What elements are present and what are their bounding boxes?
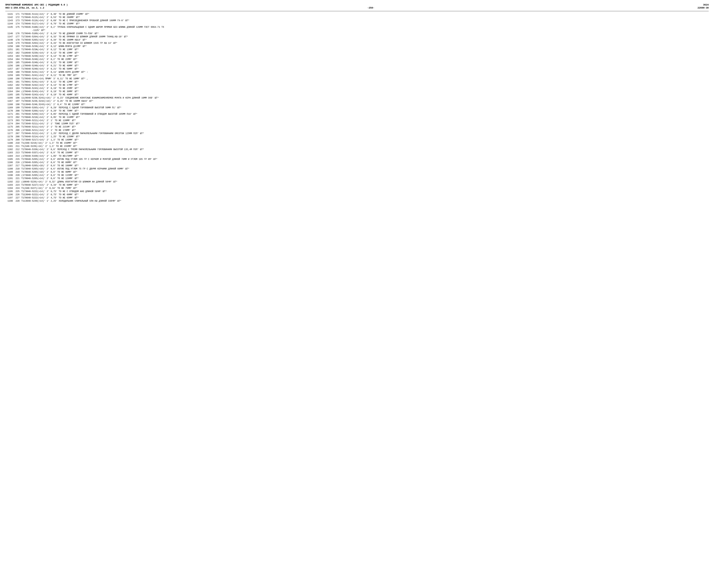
row-num1: 1158: [5, 70, 14, 74]
table-row: 1152182Т110640-5239(=14)' 3' 0,13' ТО ЖЕ…: [5, 51, 709, 55]
row-num2: 186: [14, 64, 21, 67]
row-desc: Т170640-5337(=14)' 2' 0,9' ТО ЖЕ 150ММ' …: [21, 151, 709, 154]
table-row: 1197227Т170640-5222(=14)' 2' 4,75' ТО ЖЕ…: [5, 196, 709, 200]
row-desc: Т170040-5265(=14)' 2' 0,0' ТО ЖЕ 120ММ' …: [21, 177, 709, 180]
row-num1: 1162: [5, 84, 14, 87]
row-num1: 1186: [5, 161, 14, 164]
table-row: 1153183Т170640-5239(=14)' 3' 0,13' ТО ЖЕ…: [5, 55, 709, 58]
row-num2: 176: [14, 32, 21, 35]
row-num2: 192: [14, 84, 21, 87]
row-num1: 1141: [5, 13, 14, 16]
table-row: 1168198Т113040-5240,5243(=14)' 2' 0,4' Т…: [5, 103, 709, 106]
row-num1: 1172: [5, 116, 14, 119]
row-desc: Т170640-5265(=14)' 2' 0,0' ИЗГИБ ПОД УГЛ…: [21, 158, 709, 161]
row-num2: 178: [14, 38, 21, 42]
table-row: 1191221Т170040-5265(=14)' 2' 0,0' ТО ЖЕ …: [5, 177, 709, 180]
row-desc: Т170040-5210(=14)' 2' 0,95' ТО ЖЕ 110ММ'…: [21, 116, 709, 119]
row-desc: (10040-5226(=14)' 2' 0,32' ДЛИНЬ ИЗОГНУТ…: [21, 180, 709, 184]
row-desc: Т170640-5265(=18)' 2' 0,0' ТО ЖЕ 90ММ' Ш…: [21, 170, 709, 174]
row-num2: 180: [14, 45, 21, 48]
row-num2: 228: [14, 200, 21, 203]
row-desc: -1125' ШТ*: [32, 29, 709, 32]
table-row: 1184214(170648-5339(=14)' 2' 1,05' ТО ЖЕ…: [5, 154, 709, 158]
row-desc: Т1(640-5220(=14)' 2' 1,3' ТО ЖЕ 155ММ' Ш…: [21, 145, 709, 148]
row-num1: 1164: [5, 90, 14, 93]
table-row: 1146176Т170646-5109(=14)' 2' 0,24' ТО ЖЕ…: [5, 32, 709, 35]
row-desc: Т179640-5269(=14)' 2' 0,85' ПЕРЕХОД С ОД…: [21, 112, 709, 116]
row-desc: Т170640-5242(=14)' 3' 0,13' ТО ЖЕ 17ММ' …: [21, 84, 709, 87]
row-desc: Т173040-5222(=14)' 2' 0,75' ТО ЖЕ С ОТВО…: [21, 190, 709, 193]
row-desc: Т170640-5212(=14)' 2' 1,25' ПЕРЕХОД С ДВ…: [21, 132, 709, 135]
row-num1: 1161: [5, 80, 14, 84]
header-top: ПРОГРАММНЫЙ КОМПЛЕКС АРС-3ЕС ( РЕДАКЦИЯ …: [5, 3, 709, 6]
row-num2: 190: [14, 77, 21, 80]
row-desc: (170640-5243(=14)' 3' 0,19' ТО ЖЕ 30ММ' …: [21, 90, 709, 93]
row-num1: 1198: [5, 200, 14, 203]
row-num2: 211: [14, 145, 21, 148]
row-num1: 1147: [5, 35, 14, 38]
row-num1: 1146: [5, 32, 14, 35]
row-num1: 1152: [5, 51, 14, 55]
table-row: 1149179Т170640-5263(=14)' 2' 0,43' ТО ЖЕ…: [5, 42, 709, 45]
row-desc: Т1(040-5219(=14)' 2' 1,3' ТО ЖЕ 150ММ' Ш…: [21, 142, 709, 145]
row-num1: 1189: [5, 170, 14, 174]
row-num1: 1149: [5, 42, 14, 45]
table-row: 1145175Т170646-5108(=14)' 2' 0,2' ТРУБКА…: [5, 26, 709, 29]
table-row: 1164194(170640-5243(=14)' 3' 0,19' ТО ЖЕ…: [5, 90, 709, 93]
table-row: 1186216(170640-5265(=14)' 2' 0,0' ТО ЖЕ …: [5, 161, 709, 164]
table-row: 1157187Т170640-5240(=14)' 3' 0,21' ТО ЖЕ…: [5, 67, 709, 70]
row-desc: Т170640-5239,5242(=14)' 2' 0,26' ТО ЖЕ 1…: [21, 100, 709, 103]
row-num2: 182: [14, 51, 21, 55]
row-num2: 205: [14, 125, 21, 129]
row-desc: 11(0640-5238,5241(=14)' 2' 0,23' СОЕДИНЕ…: [21, 97, 709, 100]
row-num2: 200: [14, 109, 21, 112]
table-row: 1195225Т173040-5222(=14)' 2' 0,75' ТО ЖЕ…: [5, 190, 709, 193]
row-num1: 1183: [5, 151, 14, 154]
row-num2: 175: [14, 26, 21, 29]
table-row: 1143173Т170646-5116(=14)' 2' 0,69' ТО ЖЕ…: [5, 19, 709, 22]
table-row: 1150180Т173640-5238(=14)' 3' 0,12' ШЛИФ-…: [5, 45, 709, 48]
row-num1: 1181: [5, 145, 14, 148]
row-num1: 1191: [5, 177, 14, 180]
row-num1: 1163: [5, 87, 14, 90]
row-num2: 213: [14, 151, 21, 154]
row-desc: (170640-5265(=14)' 2' 0,0' ТО ЖЕ 80ММ' Ш…: [21, 161, 709, 164]
table-row: 1177207Т170640-5212(=14)' 2' 1,25' ПЕРЕХ…: [5, 132, 709, 135]
row-num2: 206: [14, 129, 21, 132]
row-desc: Т173646-5264(=14)' 2' 0,33' ТО ЖЕ ПРЯМАЯ…: [21, 35, 709, 38]
row-num2: 225: [14, 190, 21, 193]
row-num1: 1178: [5, 135, 14, 138]
row-desc: Т170640-5263(=14)' 2' 0,43' ТО ЖЕ ИЗОГНУ…: [21, 42, 709, 45]
row-num2: 199: [14, 106, 21, 109]
table-row: 1169199Т170640-5265(=14)' 2' 0,29' ПЕРЕХ…: [5, 106, 709, 109]
row-desc: Т113040-5240,5243(=14)' 2' 0,4' ТО ЖЕ 12…: [21, 103, 709, 106]
row-num1: 1151: [5, 48, 14, 51]
row-num1: 1188: [5, 167, 14, 170]
row-desc: Т170640-5222(=14)' 2' 4,75' ТО ЖЕ 65ММ' …: [21, 196, 709, 200]
table-row: 1160190Т170648-5241(=14) ПРИМ' 3' 0,11' …: [5, 77, 709, 80]
title-left: ПРОГРАММНЫЙ КОМПЛЕКС АРС-3ЕС ( РЕДАКЦИЯ …: [5, 3, 68, 6]
row-desc: Т110640-5239(=14)' 3' 0,13' ТО ЖЕ 15ММ' …: [21, 51, 709, 55]
table-row: 1174204Т173640-5211(=14)' 2' 1' ТОЖЕ 120…: [5, 122, 709, 125]
subtitle-center: -250-: [44, 6, 697, 9]
table-row: 1141171Т170646-5114(=14)' 2' 0,38' ТО ЖЕ…: [5, 13, 709, 16]
row-num2: 183: [14, 55, 21, 58]
row-num1: 1165: [5, 93, 14, 97]
row-num2: 223: [14, 184, 21, 187]
row-desc: Т170640-5243(=14)' 3' 0,19' ТО ЖЕ 25ММ' …: [21, 87, 709, 90]
row-num1: 1194: [5, 187, 14, 190]
row-desc: Т170640-5265(=14)' 2' 0,34' ТО ЖЕ 100ММ …: [21, 38, 709, 42]
row-num1: 1187: [5, 164, 14, 167]
row-num2: 177: [14, 35, 21, 38]
table-row: 1155185Т110640-5240(=14)' 3' 0,21' ТО ЖЕ…: [5, 61, 709, 64]
table-row: 1175205Т170640-5211(=14)' 2' 1' ТО ЖЕ 21…: [5, 125, 709, 129]
row-desc: Т1(040-5227(=14)' 2' 0,34' ТО ЖЕ 75ММ' Ш…: [21, 187, 709, 190]
row-num1: 1184: [5, 154, 14, 158]
table-row: 1156186(170640-5240(=14)' 3' 0,21' ТО ЖЕ…: [5, 64, 709, 67]
row-desc: Т170640-5227(=14)' 2' 0,34' ТО ЖЕ 60ММ' …: [21, 184, 709, 187]
row-desc: Т170646-5116(=14)' 2' 0,69' ТО ЖЕ С ПРИС…: [21, 19, 709, 22]
table-row: 1194224Т1(040-5227(=14)' 2' 0,34' ТО ЖЕ …: [5, 187, 709, 190]
row-num2: 204: [14, 122, 21, 125]
row-desc: Т170640-5240(=14)' 3' 0,21' ТО ЖЕ 50ММ' …: [21, 67, 709, 70]
row-desc: Т170646-5108(=14)' 2' 0,2' ТРУБКА ХЛОРКА…: [21, 26, 709, 29]
